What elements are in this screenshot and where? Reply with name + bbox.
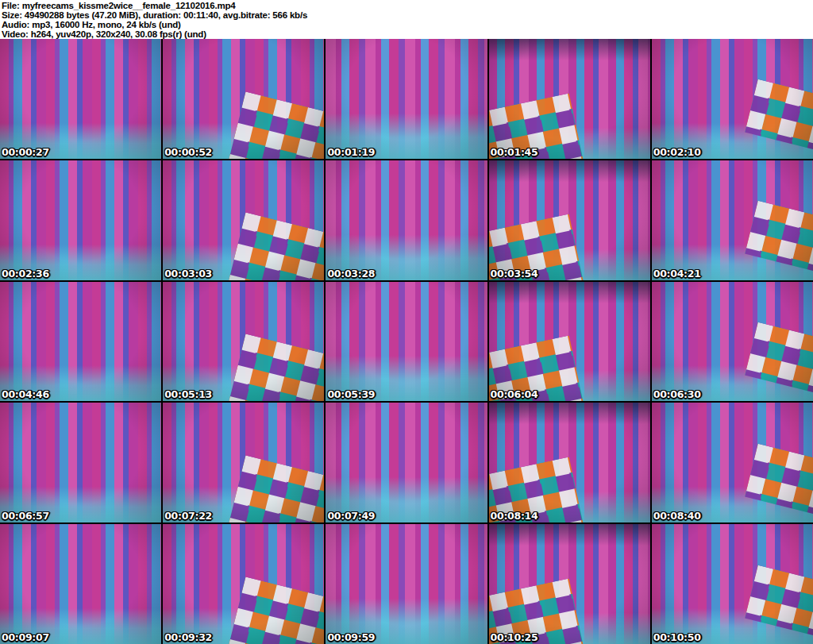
thumbnail-placeholder-art (163, 524, 324, 644)
timestamp-overlay: 00:08:14 (491, 510, 538, 522)
thumbnail-placeholder-art (326, 282, 487, 402)
timestamp-overlay: 00:07:22 (164, 510, 212, 522)
thumbnail-placeholder-art (0, 524, 161, 644)
timestamp-overlay: 00:06:57 (2, 510, 49, 522)
video-thumbnail[interactable]: 00:10:25 (489, 524, 650, 644)
video-thumbnail[interactable]: 00:07:22 (163, 403, 324, 523)
thumbnail-placeholder-art (652, 39, 813, 159)
timestamp-overlay: 00:00:27 (2, 146, 49, 158)
video-thumbnail[interactable]: 00:03:03 (163, 160, 324, 280)
thumbnail-placeholder-art (163, 160, 324, 280)
timestamp-overlay: 00:10:25 (491, 631, 538, 643)
thumbnail-placeholder-art (326, 524, 487, 644)
timestamp-overlay: 00:01:45 (491, 146, 538, 158)
video-thumbnail[interactable]: 00:00:27 (0, 39, 161, 159)
video-thumbnail[interactable]: 00:05:13 (163, 282, 324, 402)
thumbnail-placeholder-art (489, 524, 650, 644)
thumbnail-placeholder-art (652, 524, 813, 644)
thumbnail-placeholder-art (652, 403, 813, 523)
timestamp-overlay: 00:04:21 (653, 268, 701, 280)
media-info-header: File: myfreecams_kissme2wice__female_121… (0, 0, 813, 39)
thumbnail-placeholder-art (0, 160, 161, 280)
thumbnail-placeholder-art (489, 160, 650, 280)
video-thumbnail[interactable]: 00:10:50 (652, 524, 813, 644)
video-thumbnail[interactable]: 00:01:45 (489, 39, 650, 159)
thumbnail-placeholder-art (489, 282, 650, 402)
video-thumbnail[interactable]: 00:01:19 (326, 39, 487, 159)
video-thumbnail[interactable]: 00:07:49 (326, 403, 487, 523)
video-thumbnail[interactable]: 00:09:59 (326, 524, 487, 644)
thumbnail-placeholder-art (489, 403, 650, 523)
timestamp-overlay: 00:02:10 (653, 146, 701, 158)
thumbnail-placeholder-art (326, 403, 487, 523)
thumbnail-grid: 00:00:27 00:00:52 00:01:19 00:01:45 00:0… (0, 39, 813, 644)
thumbnail-placeholder-art (0, 39, 161, 159)
thumbnail-placeholder-art (163, 282, 324, 402)
thumbnail-placeholder-art (163, 403, 324, 523)
media-info-line-file: File: myfreecams_kissme2wice__female_121… (2, 1, 811, 10)
timestamp-overlay: 00:03:28 (327, 268, 375, 280)
timestamp-overlay: 00:03:03 (164, 268, 212, 280)
thumbnail-placeholder-art (326, 39, 487, 159)
timestamp-overlay: 00:05:39 (327, 388, 375, 400)
video-thumbnail[interactable]: 00:04:46 (0, 282, 161, 402)
timestamp-overlay: 00:02:36 (2, 268, 49, 280)
timestamp-overlay: 00:01:19 (327, 146, 375, 158)
video-thumbnail[interactable]: 00:09:07 (0, 524, 161, 644)
timestamp-overlay: 00:09:59 (327, 631, 375, 643)
video-thumbnail[interactable]: 00:02:36 (0, 160, 161, 280)
video-thumbnail[interactable]: 00:03:28 (326, 160, 487, 280)
thumbnail-placeholder-art (326, 160, 487, 280)
thumbnail-placeholder-art (652, 160, 813, 280)
video-thumbnail[interactable]: 00:06:04 (489, 282, 650, 402)
timestamp-overlay: 00:09:07 (2, 631, 49, 643)
video-contact-sheet: File: myfreecams_kissme2wice__female_121… (0, 0, 813, 644)
timestamp-overlay: 00:10:50 (653, 631, 701, 643)
media-info-line-size: Size: 49490288 bytes (47.20 MiB), durati… (2, 10, 811, 20)
video-thumbnail[interactable]: 00:05:39 (326, 282, 487, 402)
video-thumbnail[interactable]: 00:04:21 (652, 160, 813, 280)
thumbnail-placeholder-art (652, 282, 813, 402)
thumbnail-placeholder-art (0, 403, 161, 523)
thumbnail-placeholder-art (0, 282, 161, 402)
video-thumbnail[interactable]: 00:06:57 (0, 403, 161, 523)
video-thumbnail[interactable]: 00:08:14 (489, 403, 650, 523)
timestamp-overlay: 00:07:49 (327, 510, 375, 522)
timestamp-overlay: 00:06:30 (653, 388, 701, 400)
timestamp-overlay: 00:08:40 (653, 510, 701, 522)
timestamp-overlay: 00:05:13 (164, 388, 212, 400)
video-thumbnail[interactable]: 00:08:40 (652, 403, 813, 523)
video-thumbnail[interactable]: 00:00:52 (163, 39, 324, 159)
thumbnail-placeholder-art (163, 39, 324, 159)
media-info-line-video: Video: h264, yuv420p, 320x240, 30.08 fps… (2, 29, 811, 39)
timestamp-overlay: 00:00:52 (164, 146, 212, 158)
media-info-line-audio: Audio: mp3, 16000 Hz, mono, 24 kb/s (und… (2, 20, 811, 29)
timestamp-overlay: 00:04:46 (2, 388, 49, 400)
video-thumbnail[interactable]: 00:03:54 (489, 160, 650, 280)
timestamp-overlay: 00:06:04 (491, 388, 538, 400)
video-thumbnail[interactable]: 00:09:32 (163, 524, 324, 644)
thumbnail-placeholder-art (489, 39, 650, 159)
timestamp-overlay: 00:09:32 (164, 631, 212, 643)
video-thumbnail[interactable]: 00:02:10 (652, 39, 813, 159)
video-thumbnail[interactable]: 00:06:30 (652, 282, 813, 402)
timestamp-overlay: 00:03:54 (491, 268, 538, 280)
